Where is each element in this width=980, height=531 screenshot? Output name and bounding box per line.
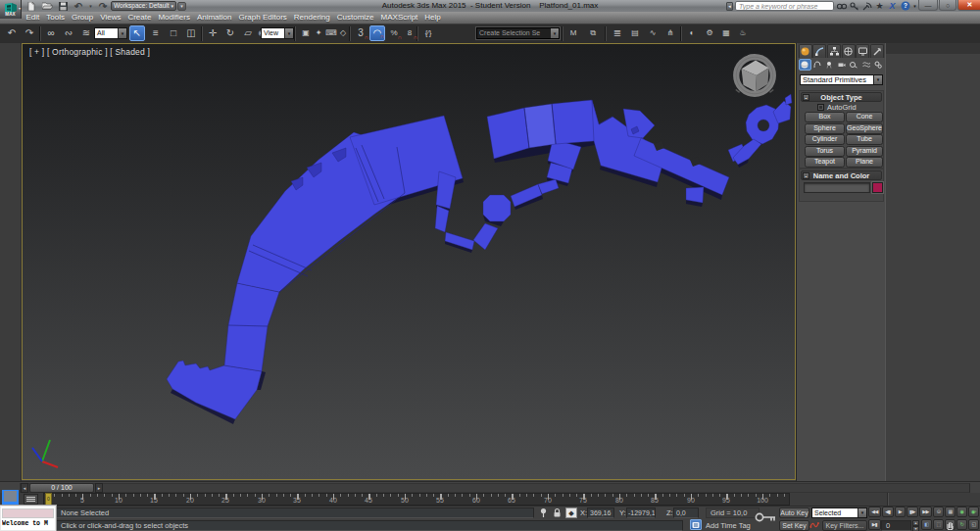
- zoom-icon[interactable]: ⊙: [933, 507, 944, 517]
- current-frame-marker[interactable]: 0: [45, 493, 52, 506]
- zoom-region-icon[interactable]: ⬚: [933, 519, 944, 530]
- menu-views[interactable]: Views: [97, 12, 124, 24]
- edit-named-selection-sets-icon[interactable]: {⁄}: [420, 25, 436, 41]
- scene-object-platfond[interactable]: [23, 44, 795, 479]
- set-key-mode-icon[interactable]: [755, 508, 778, 527]
- spinner-down-icon[interactable]: ▾: [912, 526, 919, 531]
- search-input[interactable]: [735, 1, 834, 11]
- viewport-label[interactable]: [ + ] [ Orthographic ] [ Shaded ]: [29, 47, 150, 57]
- time-slider-right-arrow[interactable]: ▸: [95, 483, 103, 493]
- tab-utilities[interactable]: [870, 44, 884, 58]
- zoom-extents-all-icon[interactable]: ▦: [945, 507, 956, 517]
- key-sign-in-icon[interactable]: [849, 1, 859, 11]
- x-coord-field[interactable]: 369,16: [587, 507, 614, 518]
- select-and-rotate-icon[interactable]: ↻: [222, 25, 238, 41]
- subcat-space-warps[interactable]: [860, 59, 873, 71]
- undo-icon[interactable]: ↶: [4, 25, 20, 41]
- rendered-frame-window-icon[interactable]: ▦: [718, 25, 734, 41]
- object-color-swatch[interactable]: [872, 182, 883, 193]
- save-file-icon[interactable]: [57, 1, 69, 11]
- undo-icon[interactable]: ↶: [73, 1, 84, 11]
- object-name-field[interactable]: [804, 182, 870, 193]
- exchange-apps-icon[interactable]: X: [887, 1, 898, 11]
- binoculars-icon[interactable]: [836, 1, 847, 11]
- new-file-icon[interactable]: [25, 1, 37, 11]
- subcat-geometry[interactable]: [799, 59, 811, 71]
- infocenter-collapse-icon[interactable]: ◂: [726, 2, 733, 11]
- orbit-icon[interactable]: ↻: [956, 519, 967, 530]
- application-menu-button[interactable]: MAX ▾: [0, 0, 22, 19]
- selection-filter-dropdown[interactable]: All▾: [94, 27, 127, 39]
- name-color-rollout-header[interactable]: - Name and Color: [801, 170, 882, 180]
- layer-explorer-icon[interactable]: ≣: [610, 25, 625, 41]
- subcat-systems[interactable]: [872, 59, 885, 71]
- tab-display[interactable]: [856, 44, 869, 58]
- time-slider-left-arrow[interactable]: ◂: [21, 483, 28, 493]
- key-mode-toggle-button[interactable]: ▶▮: [868, 519, 881, 530]
- view-cube[interactable]: [729, 50, 782, 103]
- window-crossing-icon[interactable]: ◫: [183, 25, 199, 41]
- undo-dropdown-icon[interactable]: ▾: [88, 2, 93, 11]
- autogrid-checkbox[interactable]: [817, 104, 824, 111]
- render-production-icon[interactable]: ♨: [735, 25, 751, 41]
- tab-modify[interactable]: [812, 44, 826, 58]
- percent-snap-toggle-icon[interactable]: %∩: [386, 25, 402, 41]
- sphere-button[interactable]: Sphere: [805, 123, 845, 134]
- pan-hand-icon[interactable]: [945, 519, 956, 530]
- set-key-button[interactable]: Set Key: [779, 520, 809, 531]
- menu-tools[interactable]: Tools: [43, 12, 69, 24]
- subcat-shapes[interactable]: [811, 59, 824, 71]
- y-coord-field[interactable]: -12979,18: [626, 507, 656, 518]
- select-and-link-icon[interactable]: ∞: [43, 25, 59, 41]
- reference-coordinate-dropdown[interactable]: View▾: [261, 27, 294, 39]
- menu-create[interactable]: Create: [124, 12, 155, 24]
- angle-snap-toggle-icon[interactable]: ◠∩: [369, 25, 385, 41]
- new-key-curve-icon[interactable]: [809, 519, 819, 530]
- cone-button[interactable]: Cone: [846, 112, 883, 122]
- open-mini-curve-editor-button[interactable]: [24, 494, 38, 505]
- selection-set-dropdown[interactable]: Selected ▾: [811, 507, 867, 518]
- time-slider-handle[interactable]: 0 / 100: [29, 483, 94, 493]
- viewport-layout-tab-icon[interactable]: [2, 490, 19, 505]
- menu-maxscript[interactable]: MAXScript: [377, 12, 421, 24]
- menu-animation[interactable]: Animation: [193, 12, 235, 24]
- spinner-snap-toggle-icon[interactable]: 8∩: [402, 25, 417, 41]
- add-time-tag-label[interactable]: Add Time Tag: [706, 520, 751, 531]
- subcat-helpers[interactable]: [848, 59, 860, 71]
- selection-lock-icon[interactable]: [552, 507, 563, 517]
- menu-edit[interactable]: Edit: [23, 12, 43, 24]
- auto-key-button[interactable]: Auto Key: [779, 507, 809, 518]
- redo-icon[interactable]: ↷: [22, 25, 37, 41]
- geosphere-button[interactable]: GeoSphere: [846, 123, 883, 134]
- tab-create[interactable]: [799, 44, 812, 58]
- key-filters-button[interactable]: Key Filters...: [822, 520, 867, 531]
- collapse-icon[interactable]: -: [803, 172, 809, 179]
- menu-rendering[interactable]: Rendering: [290, 12, 333, 24]
- workspace-dropdown[interactable]: Workspace: Default ▾: [111, 1, 176, 11]
- collapse-icon[interactable]: -: [803, 94, 809, 101]
- unlink-selection-icon[interactable]: ∾: [61, 25, 76, 41]
- mirror-icon[interactable]: M: [565, 25, 581, 41]
- subcat-lights[interactable]: [823, 59, 836, 71]
- object-type-rollout-header[interactable]: - Object Type: [801, 92, 882, 102]
- z-coord-field[interactable]: 0,0: [673, 507, 699, 518]
- menu-help[interactable]: Help: [421, 12, 444, 24]
- tube-button[interactable]: Tube: [846, 134, 883, 145]
- zoom-extents-icon[interactable]: ◉: [956, 507, 967, 517]
- plane-button[interactable]: Plane: [846, 157, 883, 168]
- menu-modifiers[interactable]: Modifiers: [155, 12, 193, 24]
- isolate-selection-icon[interactable]: [538, 507, 549, 517]
- tab-motion[interactable]: [842, 44, 856, 58]
- snaps-2d-icon[interactable]: ◇: [335, 25, 351, 41]
- box-button[interactable]: Box: [805, 112, 845, 122]
- current-frame-field[interactable]: 0: [881, 520, 911, 531]
- close-button[interactable]: ✕: [957, 0, 980, 11]
- maximize-viewport-icon[interactable]: ◱: [968, 519, 979, 530]
- play-button[interactable]: ▶: [895, 507, 906, 517]
- select-object-icon[interactable]: ↖: [129, 25, 145, 41]
- zoom-extents-all-selected-icon[interactable]: ◉▫: [968, 507, 979, 517]
- next-frame-button[interactable]: ▮▶: [906, 507, 918, 517]
- teapot-button[interactable]: Teapot: [805, 157, 845, 168]
- subcat-cameras[interactable]: [836, 59, 849, 71]
- go-to-start-button[interactable]: ◀◀: [868, 507, 881, 517]
